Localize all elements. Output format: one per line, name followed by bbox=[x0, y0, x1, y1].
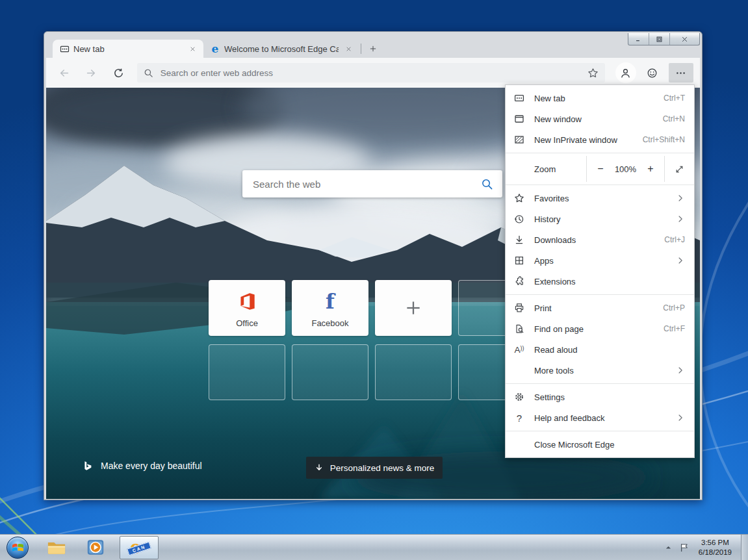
bing-logo bbox=[83, 461, 94, 471]
plus-icon bbox=[404, 295, 422, 321]
maximize-icon bbox=[656, 36, 663, 43]
menu-item-favorites[interactable]: Favorites bbox=[506, 188, 694, 209]
window-titlebar bbox=[46, 32, 700, 40]
taskbar-media-player[interactable] bbox=[84, 537, 107, 559]
print-icon bbox=[514, 303, 524, 313]
show-desktop-button[interactable] bbox=[741, 535, 748, 560]
search-icon[interactable] bbox=[481, 178, 493, 190]
start-button[interactable] bbox=[6, 537, 29, 559]
tab-title: Welcome to Microsoft Edge Can bbox=[224, 44, 339, 54]
fullscreen-button[interactable] bbox=[664, 156, 694, 182]
bing-tagline: Make every day beautiful bbox=[101, 461, 202, 471]
tab-welcome[interactable]: e Welcome to Microsoft Edge Can bbox=[203, 40, 359, 58]
search-icon bbox=[144, 68, 153, 78]
menu-separator bbox=[506, 185, 694, 185]
menu-item-extensions[interactable]: Extensions bbox=[506, 271, 694, 292]
windows-media-player-icon bbox=[86, 539, 105, 556]
smiley-icon bbox=[647, 68, 658, 79]
refresh-button[interactable] bbox=[110, 64, 128, 82]
tile-empty[interactable] bbox=[292, 344, 368, 400]
extensions-icon bbox=[514, 276, 524, 286]
new-tab-page-icon bbox=[59, 44, 70, 54]
chevron-up-icon bbox=[664, 543, 673, 552]
menu-separator bbox=[506, 431, 694, 431]
clock-date: 6/18/2019 bbox=[699, 548, 732, 557]
chevron-right-icon bbox=[676, 413, 685, 422]
windows-explorer-icon bbox=[47, 539, 66, 556]
ntp-search-input[interactable] bbox=[251, 178, 481, 190]
star-icon bbox=[514, 193, 524, 203]
tab-strip: New tab e Welcome to Microsoft Edge Can bbox=[46, 40, 700, 58]
office-logo bbox=[236, 288, 258, 314]
menu-item-new-inprivate-window[interactable]: New InPrivate window Ctrl+Shift+N bbox=[506, 129, 694, 150]
chevron-right-icon bbox=[676, 256, 685, 265]
profile-button[interactable] bbox=[615, 62, 636, 83]
address-input[interactable] bbox=[159, 68, 587, 79]
edge-canary-icon: e CAN bbox=[129, 539, 149, 557]
back-button[interactable] bbox=[55, 64, 73, 82]
zoom-out-button[interactable]: − bbox=[595, 163, 606, 175]
tab-close-icon[interactable] bbox=[342, 43, 354, 55]
tile-office[interactable]: Office bbox=[209, 280, 285, 336]
action-center-button[interactable] bbox=[679, 542, 690, 553]
close-window-button[interactable] bbox=[670, 33, 699, 45]
menu-item-help-and-feedback[interactable]: Help and feedback bbox=[506, 407, 694, 428]
menu-item-settings[interactable]: Settings bbox=[506, 387, 694, 407]
tile-empty[interactable] bbox=[375, 344, 452, 400]
desktop: New tab e Welcome to Microsoft Edge Can bbox=[0, 0, 748, 560]
address-bar[interactable] bbox=[137, 63, 605, 83]
apps-icon bbox=[514, 255, 524, 266]
edge-logo-icon: e bbox=[210, 44, 220, 54]
ellipsis-icon bbox=[675, 68, 686, 79]
menu-item-find-on-page[interactable]: Find on page Ctrl+F bbox=[506, 318, 694, 339]
show-hidden-icons-button[interactable] bbox=[664, 543, 673, 552]
bing-attribution[interactable]: Make every day beautiful bbox=[83, 461, 202, 471]
menu-item-more-tools[interactable]: More tools bbox=[506, 360, 694, 381]
clock-time: 3:56 PM bbox=[699, 538, 732, 548]
chevron-right-icon bbox=[676, 366, 685, 375]
ntp-search-box[interactable] bbox=[242, 170, 502, 197]
menu-item-print[interactable]: Print Ctrl+P bbox=[506, 298, 694, 318]
system-tray: 3:56 PM 6/18/2019 bbox=[664, 535, 748, 560]
settings-and-more-menu: New tab Ctrl+T New window Ctrl+N New InP… bbox=[505, 84, 695, 458]
taskbar-clock[interactable]: 3:56 PM 6/18/2019 bbox=[696, 538, 734, 557]
menu-item-downloads[interactable]: Downloads Ctrl+J bbox=[506, 229, 694, 250]
menu-item-read-aloud[interactable]: Read aloud bbox=[506, 339, 694, 360]
window-controls bbox=[628, 33, 700, 45]
tab-separator bbox=[361, 44, 361, 54]
feedback-button[interactable] bbox=[642, 62, 663, 83]
new-tab-button[interactable] bbox=[365, 41, 381, 57]
menu-item-new-tab[interactable]: New tab Ctrl+T bbox=[506, 88, 694, 108]
menu-item-history[interactable]: History bbox=[506, 209, 694, 229]
toolbar-right-icons bbox=[615, 62, 693, 83]
menu-item-apps[interactable]: Apps bbox=[506, 250, 694, 271]
settings-and-more-button[interactable] bbox=[669, 63, 693, 83]
find-icon bbox=[514, 324, 524, 334]
taskbar-windows-explorer[interactable] bbox=[45, 537, 68, 559]
menu-item-new-window[interactable]: New window Ctrl+N bbox=[506, 108, 694, 129]
favorites-star-icon[interactable] bbox=[587, 68, 599, 79]
menu-item-close-microsoft-edge[interactable]: Close Microsoft Edge bbox=[506, 434, 694, 455]
tab-close-icon[interactable] bbox=[187, 43, 198, 55]
minimize-button[interactable] bbox=[628, 33, 649, 45]
zoom-in-button[interactable]: + bbox=[645, 163, 656, 175]
settings-gear-icon bbox=[514, 392, 524, 402]
zoom-level: 100% bbox=[615, 164, 636, 174]
tab-new-tab[interactable]: New tab bbox=[53, 40, 203, 58]
tile-add-site[interactable] bbox=[375, 280, 452, 336]
close-icon bbox=[681, 36, 688, 43]
zoom-controls: − 100% + bbox=[586, 156, 664, 182]
maximize-button[interactable] bbox=[649, 33, 670, 45]
tile-facebook[interactable]: f Facebook bbox=[292, 280, 368, 336]
menu-separator bbox=[506, 153, 694, 153]
person-icon bbox=[620, 68, 631, 79]
tile-empty[interactable] bbox=[209, 344, 285, 400]
menu-separator bbox=[506, 383, 694, 384]
menu-zoom-row: Zoom − 100% + bbox=[506, 156, 694, 182]
browser-window: New tab e Welcome to Microsoft Edge Can bbox=[44, 31, 703, 500]
new-window-icon bbox=[514, 114, 524, 124]
personalized-news-button[interactable]: Personalized news & more bbox=[306, 457, 443, 479]
taskbar-edge-canary-active[interactable]: e CAN bbox=[120, 536, 159, 559]
forward-button[interactable] bbox=[83, 64, 101, 82]
windows-start-orb bbox=[12, 542, 24, 553]
